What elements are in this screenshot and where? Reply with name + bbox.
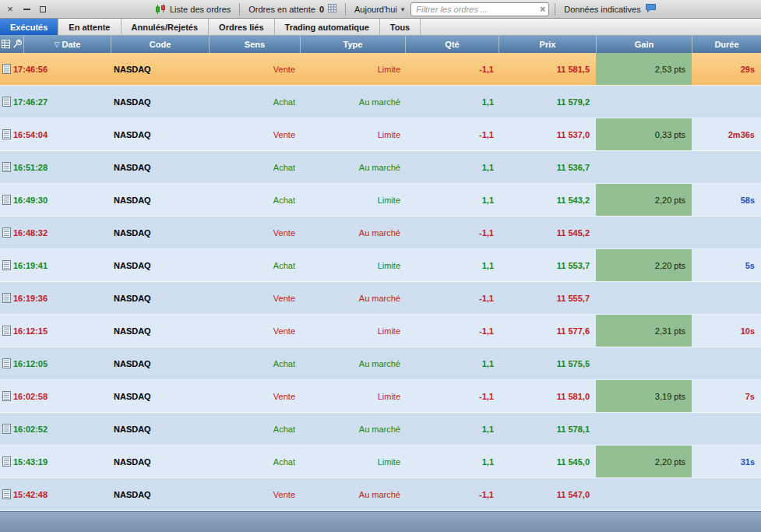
order-document-icon <box>0 478 11 510</box>
table-row[interactable]: 15:42:48NASDAQVenteAu marché-1,111 547,0 <box>0 478 761 511</box>
cell-code: NASDAQ <box>111 446 209 477</box>
table-row[interactable]: 16:02:58NASDAQVenteLimite-1,111 581,03,1… <box>0 380 761 413</box>
cell-gain: 2,20 pts <box>596 446 692 477</box>
list-orders-button[interactable]: Liste des ordres <box>167 5 234 14</box>
filter-orders-search: × <box>410 2 549 16</box>
cell-prix: 11 581,5 <box>499 53 596 85</box>
cell-type: Limite <box>300 249 405 281</box>
close-button[interactable]: × <box>5 4 15 15</box>
cell-qte: 1,1 <box>405 413 499 445</box>
pending-orders-label: Ordres en attente <box>248 5 315 14</box>
cell-code: NASDAQ <box>111 380 209 412</box>
cell-type: Au marché <box>300 151 405 183</box>
table-row[interactable]: 16:19:41NASDAQAchatLimite1,111 553,72,20… <box>0 249 761 282</box>
minimize-button[interactable] <box>22 4 31 15</box>
table-row[interactable]: 16:12:15NASDAQVenteLimite-1,111 577,62,3… <box>0 315 761 347</box>
speech-bubble-icon <box>645 3 657 15</box>
cell-date: 16:51:28 <box>11 151 111 183</box>
table-row[interactable]: 16:19:36NASDAQVenteAu marché-1,111 555,7 <box>0 282 761 315</box>
cell-code: NASDAQ <box>111 53 209 85</box>
cell-sens: Achat <box>209 184 300 216</box>
cell-duree: 10s <box>692 315 761 347</box>
table-row[interactable]: 16:02:52NASDAQAchatAu marché1,111 578,1 <box>0 413 761 446</box>
cell-qte: -1,1 <box>405 53 499 85</box>
sort-desc-icon: ▽ <box>55 41 60 48</box>
table-row[interactable]: 16:48:32NASDAQVenteAu marché-1,111 545,2 <box>0 217 761 249</box>
column-header-prix[interactable]: Prix <box>499 36 596 53</box>
table-row[interactable]: 17:46:56NASDAQVenteLimite-1,111 581,52,5… <box>0 53 761 86</box>
table-row[interactable]: 16:54:04NASDAQVenteLimite-1,111 537,00,3… <box>0 118 761 151</box>
column-label: Gain <box>635 40 654 49</box>
column-header-date[interactable]: ▽Date <box>23 36 111 53</box>
cell-duree <box>692 151 761 183</box>
table-row[interactable]: 15:43:19NASDAQAchatLimite1,111 545,02,20… <box>0 446 761 478</box>
tab-tous[interactable]: Tous <box>380 19 421 35</box>
orders-table-body: 17:46:56NASDAQVenteLimite-1,111 581,52,5… <box>0 53 761 511</box>
tab-trading-automatique[interactable]: Trading automatique <box>275 19 380 35</box>
column-header-duree[interactable]: Durée <box>692 36 761 53</box>
cell-sens: Achat <box>209 151 300 183</box>
maximize-button[interactable] <box>38 4 48 15</box>
cell-qte: -1,1 <box>405 282 499 314</box>
cell-qte: -1,1 <box>405 118 499 150</box>
close-icon: × <box>7 4 13 14</box>
cell-sens: Achat <box>209 446 300 477</box>
cell-code: NASDAQ <box>111 86 209 118</box>
period-label: Aujourd'hui <box>354 5 397 14</box>
cell-type: Au marché <box>300 217 405 248</box>
order-document-icon <box>0 86 11 118</box>
cell-duree <box>692 413 761 445</box>
cell-code: NASDAQ <box>111 315 209 347</box>
order-document-icon <box>0 282 11 314</box>
table-row[interactable]: 16:51:28NASDAQAchatAu marché1,111 536,7 <box>0 151 761 184</box>
cell-date: 16:12:15 <box>11 315 111 347</box>
tab-ordres-lies[interactable]: Ordres liés <box>209 19 274 35</box>
cell-code: NASDAQ <box>111 151 209 183</box>
cell-qte: 1,1 <box>405 446 499 477</box>
cell-code: NASDAQ <box>111 413 209 445</box>
toolbar-separator <box>345 3 346 16</box>
cell-duree <box>692 347 761 379</box>
tab-executes[interactable]: Exécutés <box>0 19 58 35</box>
order-document-icon <box>0 184 11 216</box>
cell-duree: 2m36s <box>692 118 761 150</box>
pending-orders-button[interactable]: Ordres en attente 0 <box>245 4 340 14</box>
column-header-gain[interactable]: Gain <box>596 36 692 53</box>
tab-en-attente[interactable]: En attente <box>58 19 121 35</box>
cell-gain: 2,31 pts <box>596 315 692 347</box>
maximize-icon <box>40 6 46 12</box>
order-document-icon <box>0 217 11 248</box>
clear-filter-icon[interactable]: × <box>540 5 545 14</box>
period-dropdown[interactable]: Aujourd'hui ▾ <box>351 5 407 14</box>
toolbar-separator <box>239 3 240 16</box>
cell-date: 16:49:30 <box>11 184 111 216</box>
cell-prix: 11 545,2 <box>499 217 596 248</box>
cell-prix: 11 581,0 <box>499 380 596 412</box>
cell-type: Limite <box>300 315 405 347</box>
minimize-icon <box>23 9 30 10</box>
cell-sens: Vente <box>209 282 300 314</box>
cell-code: NASDAQ <box>111 347 209 379</box>
order-document-icon <box>0 380 11 412</box>
cell-type: Limite <box>300 118 405 150</box>
column-settings-wrench-icon[interactable] <box>12 39 22 50</box>
tab-annules-rejetes[interactable]: Annulés/Rejetés <box>122 19 210 35</box>
column-header-type[interactable]: Type <box>300 36 405 53</box>
column-header-sens[interactable]: Sens <box>209 36 300 53</box>
cell-type: Limite <box>300 380 405 412</box>
table-row[interactable]: 16:49:30NASDAQAchatLimite1,111 543,22,20… <box>0 184 761 217</box>
table-row[interactable]: 17:46:27NASDAQAchatAu marché1,111 579,2 <box>0 86 761 118</box>
table-row[interactable]: 16:12:05NASDAQAchatAu marché1,111 575,5 <box>0 347 761 380</box>
cell-date: 16:02:52 <box>11 413 111 445</box>
indicative-data-button[interactable]: Données indicatives <box>561 3 659 15</box>
column-label: Type <box>344 40 363 49</box>
cell-sens: Vente <box>209 315 300 347</box>
cell-code: NASDAQ <box>111 478 209 510</box>
table-icon[interactable] <box>2 40 10 50</box>
filter-orders-input[interactable] <box>410 2 549 16</box>
cell-gain: 2,20 pts <box>596 184 692 216</box>
column-header-qte[interactable]: Qté <box>405 36 499 53</box>
header-columns: ▽DateCodeSensTypeQtéPrixGainDurée <box>23 36 761 53</box>
cell-gain: 2,20 pts <box>596 249 692 281</box>
column-header-code[interactable]: Code <box>111 36 209 53</box>
